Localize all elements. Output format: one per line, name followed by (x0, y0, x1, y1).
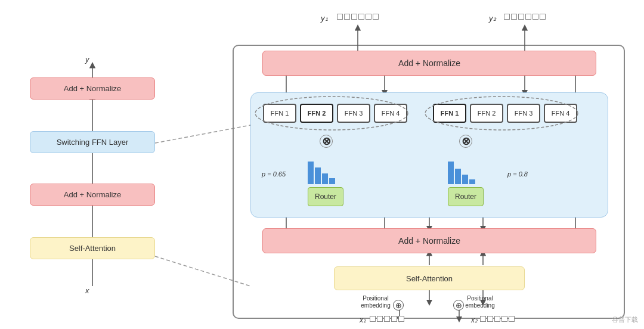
left-add-norm-bot: Add + Normalize (30, 184, 155, 206)
x1-label: x₁ (360, 316, 366, 324)
circle-plus-left: ⊕ (393, 300, 404, 311)
circle-plus-right: ⊕ (453, 300, 464, 311)
svg-point-39 (255, 97, 408, 130)
router-left: Router (308, 187, 343, 206)
multiply-left: ⊗ (320, 135, 333, 148)
pos-emb-right: Positionalembedding (465, 295, 495, 309)
right-add-norm-bot: Add + Normalize (262, 228, 596, 253)
prob-left: p = 0.65 (262, 170, 286, 178)
pos-emb-left: Positionalembedding (361, 295, 391, 309)
router-right: Router (448, 187, 484, 206)
prob-right: p = 0.8 (507, 170, 528, 178)
right-inner-box: FFN 1 FFN 2 FFN 3 FFN 4 FFN 1 FFN 2 FFN … (250, 92, 608, 218)
left-y-label: y (85, 55, 89, 64)
x2-label: x₂ (471, 316, 478, 324)
histogram-right (448, 162, 475, 184)
left-x-label: x (85, 286, 89, 295)
left-switch-ffn: Switching FFN Layer (30, 131, 155, 153)
ffn-dashed-circles (251, 93, 609, 218)
watermark: 谷普下载 (612, 315, 638, 324)
left-arrows-svg (18, 18, 173, 310)
left-diagram: y x Add + Normalize Switching FFN Layer … (18, 18, 173, 310)
multiply-right: ⊗ (459, 135, 472, 148)
left-self-attn: Self-Attention (30, 237, 155, 259)
left-add-norm-top: Add + Normalize (30, 77, 155, 100)
diagram-container: y x Add + Normalize Switching FFN Layer … (0, 0, 644, 329)
y1-label: y₁ (321, 14, 328, 23)
right-add-norm-top: Add + Normalize (262, 51, 596, 76)
right-diagram: y₁ y₂ Add + Normalize FFN 1 FFN 2 FFN 3 … (233, 9, 626, 325)
histogram-left (308, 162, 335, 184)
y2-label: y₂ (489, 14, 496, 23)
right-self-attn: Self-Attention (334, 266, 525, 290)
svg-point-40 (425, 97, 578, 130)
